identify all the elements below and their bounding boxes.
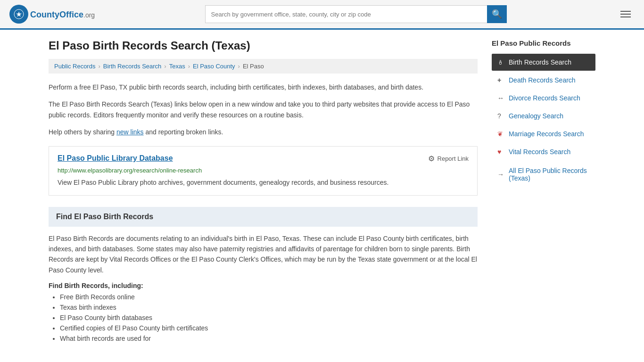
sidebar-item-divorce-records[interactable]: ↔ Divorce Records Search [492,90,595,107]
hamburger-menu-icon[interactable] [617,9,635,19]
list-item: Texas birth indexes [60,304,478,311]
site-header: ★ CountyOffice.org 🔍 [0,0,644,30]
sidebar-item-death-records[interactable]: + Death Records Search [492,72,595,89]
list-item: Free Birth Records online [60,293,478,301]
breadcrumb: Public Records › Birth Records Search › … [49,59,478,74]
record-title-link[interactable]: El Paso Public Library Database [58,154,173,163]
record-entry: El Paso Public Library Database ⚙ Report… [49,146,478,196]
sidebar-death-records-link[interactable]: Death Records Search [509,76,576,84]
page-title: El Paso Birth Records Search (Texas) [49,39,478,52]
sidebar-vital-records-link[interactable]: Vital Records Search [509,148,570,156]
main-container: El Paso Birth Records Search (Texas) Pub… [39,30,605,354]
death-records-icon: + [497,76,505,84]
content-area: El Paso Birth Records Search (Texas) Pub… [49,39,478,345]
list-item: El Paso County birth databases [60,314,478,321]
list-item: Certified copies of El Paso County birth… [60,324,478,332]
search-button[interactable]: 🔍 [487,5,507,23]
marriage-records-icon: ❦ [497,130,505,138]
list-item: What birth records are used for [60,335,478,342]
sidebar-birth-records-link[interactable]: Birth Records Search [509,58,571,66]
breadcrumb-sep-2: › [164,63,166,70]
sidebar-all-records-link[interactable]: All El Paso Public Records (Texas) [509,167,590,182]
svg-text:★: ★ [16,11,22,18]
search-input[interactable] [205,5,487,23]
sidebar-title: El Paso Public Records [492,39,595,49]
sidebar-marriage-records-link[interactable]: Marriage Records Search [509,130,584,138]
sidebar-item-marriage-records[interactable]: ❦ Marriage Records Search [492,125,595,142]
breadcrumb-sep-1: › [98,63,100,70]
report-link-button[interactable]: ⚙ Report Link [428,154,469,163]
sidebar: El Paso Public Records 🕯 Birth Records S… [492,39,595,345]
record-description: View El Paso Public Library photo archiv… [58,178,469,188]
divorce-records-icon: ↔ [497,94,505,102]
report-link-icon: ⚙ [428,154,435,163]
breadcrumb-birth-records-search[interactable]: Birth Records Search [103,63,162,70]
find-section-title: Find El Paso Birth Records [56,213,153,221]
description-para-3-prefix: Help others by sharing [49,128,116,136]
logo-area[interactable]: ★ CountyOffice.org [9,5,95,24]
breadcrumb-texas[interactable]: Texas [169,63,185,70]
sidebar-item-birth-records[interactable]: 🕯 Birth Records Search [492,54,595,71]
report-link-label: Report Link [438,155,469,162]
description-para-3-suffix: and reporting broken links. [144,128,223,136]
new-links-link[interactable]: new links [116,128,144,136]
breadcrumb-public-records[interactable]: Public Records [54,63,95,70]
description-para-3: Help others by sharing new links and rep… [49,127,478,137]
sidebar-divorce-records-link[interactable]: Divorce Records Search [509,94,580,102]
breadcrumb-el-paso-county[interactable]: El Paso County [193,63,235,70]
find-section-desc: El Paso Birth Records are documents rela… [49,233,478,276]
breadcrumb-sep-4: › [238,63,240,70]
all-records-icon: → [497,171,505,178]
sidebar-item-vital-records[interactable]: ♥ Vital Records Search [492,143,595,160]
breadcrumb-el-paso: El Paso [243,63,264,70]
sidebar-item-genealogy[interactable]: ? Genealogy Search [492,107,595,124]
logo-text: CountyOffice.org [30,9,95,20]
genealogy-icon: ? [497,112,505,120]
record-url[interactable]: http://www.elpasolibrary.org/research/on… [58,167,469,174]
breadcrumb-sep-3: › [188,63,190,70]
search-area: 🔍 [205,5,507,23]
find-section-list-title: Find Birth Records, including: [49,282,478,289]
sidebar-genealogy-link[interactable]: Genealogy Search [509,112,563,120]
find-section: Find El Paso Birth Records El Paso Birth… [49,207,478,343]
description-para-1: Perform a free El Paso, TX public birth … [49,82,478,92]
description-para-2: The El Paso Birth Records Search (Texas)… [49,99,478,120]
sidebar-item-all-records[interactable]: → All El Paso Public Records (Texas) [492,162,595,187]
vital-records-icon: ♥ [497,148,505,156]
find-section-list: Free Birth Records online Texas birth in… [49,293,478,342]
birth-records-icon: 🕯 [497,59,505,66]
logo-icon: ★ [9,5,28,24]
